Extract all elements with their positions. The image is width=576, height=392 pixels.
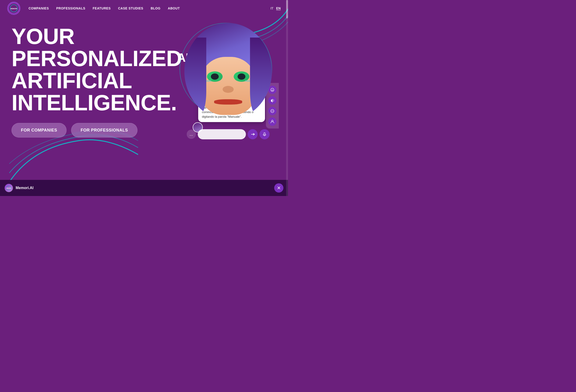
chat-mic-button[interactable] <box>259 129 270 139</box>
bottom-logo: MEMORI <box>5 184 13 192</box>
nav-case-studies[interactable]: CASE STUDIES <box>118 6 143 10</box>
cta-buttons: FOR COMPANIES FOR PROFESSIONALS <box>11 123 182 138</box>
chat-input[interactable] <box>198 129 246 139</box>
lang-it-button[interactable]: IT <box>270 6 273 10</box>
hero-title-line1: YOUR <box>11 25 182 47</box>
bottom-close-button[interactable]: ✕ <box>274 183 283 193</box>
chat-dots-button[interactable]: ... <box>187 130 196 139</box>
close-icon: ✕ <box>277 185 281 191</box>
scrollbar[interactable] <box>286 0 288 196</box>
hero-title: YOUR PERSONALIZED ARTIFICIAL INTELLIGENC… <box>11 25 182 114</box>
nav-links: COMPANIES PROFESSIONALS FEATURES CASE ST… <box>29 6 270 10</box>
avatar-skin <box>200 57 256 115</box>
svg-text:MEMORI: MEMORI <box>6 187 11 189</box>
svg-text:MEMORI: MEMORI <box>11 8 17 9</box>
svg-point-11 <box>272 111 273 111</box>
nav-blog[interactable]: BLOG <box>150 6 160 10</box>
hero-content: YOUR PERSONALIZED ARTIFICIAL INTELLIGENC… <box>11 25 182 138</box>
svg-point-12 <box>273 111 273 111</box>
chat-input-area: ... <box>187 129 270 139</box>
hero-title-line3: ARTIFICIAL <box>11 70 182 92</box>
nav-about[interactable]: ABOUT <box>168 6 180 10</box>
navbar: MEMORI COMPANIES PROFESSIONALS FEATURES … <box>0 0 288 17</box>
avatar-hair-left <box>184 37 206 115</box>
avatar-nose <box>223 86 234 93</box>
language-switcher: IT EN <box>270 6 281 10</box>
sidebar-user-button[interactable] <box>268 118 277 126</box>
avatar-lips <box>214 99 242 105</box>
hero-title-line2: PERSONALIZED <box>11 47 182 70</box>
nav-features[interactable]: FEATURES <box>93 6 111 10</box>
nav-professionals[interactable]: PROFESSIONALS <box>56 6 85 10</box>
lang-en-button[interactable]: EN <box>276 6 281 10</box>
hero-title-line4: INTELLIGENCE. <box>11 92 182 114</box>
svg-rect-14 <box>264 133 265 135</box>
chat-send-button[interactable] <box>248 129 258 139</box>
avatar-section: AI AI Ciao, io sono Memori e sono il tuo… <box>164 14 279 175</box>
hero-section: MEMORI COMPANIES PROFESSIONALS FEATURES … <box>0 0 288 196</box>
for-companies-button[interactable]: FOR COMPANIES <box>11 123 66 138</box>
bottom-brand-text: Memori.AI <box>16 186 33 190</box>
bottom-bar: MEMORI Memori.AI ✕ <box>0 180 288 196</box>
avatar-hair-right <box>250 37 272 115</box>
nav-companies[interactable]: COMPANIES <box>29 6 49 10</box>
avatar-face-container <box>184 23 272 120</box>
logo[interactable]: MEMORI <box>7 2 20 15</box>
for-professionals-button[interactable]: FOR PROFESSIONALS <box>71 123 138 138</box>
